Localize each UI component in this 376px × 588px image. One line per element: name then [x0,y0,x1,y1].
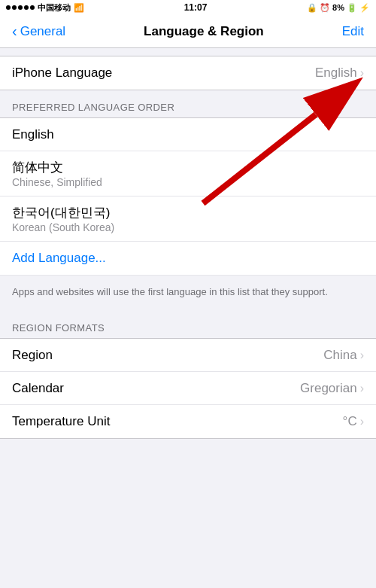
iphone-language-right: English › [315,66,364,81]
temperature-right: °C › [343,414,364,429]
region-row[interactable]: Region China › [0,339,376,372]
back-chevron-icon: ‹ [12,23,17,38]
lock-icon: 🔒 [307,3,317,13]
language-row-english[interactable]: English [0,118,376,151]
iphone-language-chevron-icon: › [360,66,364,80]
language-korean-sub: Korean (South Korea) [12,221,114,233]
carrier-label: 中国移动 [38,2,71,14]
calendar-value: Gregorian [300,381,357,396]
language-korean-main: 한국어(대한민국) [12,204,114,221]
temperature-label: Temperature Unit [12,414,110,429]
temperature-chevron-icon: › [360,415,364,428]
region-formats-group: Region China › Calendar Gregorian › Temp… [0,338,376,439]
language-row-korean[interactable]: 한국어(대한민국) Korean (South Korea) [0,197,376,242]
wifi-icon: 📶 [74,3,84,13]
status-bar: 中国移动 📶 11:07 🔒 ⏰ 8% 🔋 ⚡ [0,0,376,15]
temperature-value: °C [343,414,357,429]
signal-icon [6,5,35,10]
region-formats-label: REGION FORMATS [12,322,105,334]
add-language-label: Add Language... [12,251,106,265]
iphone-language-left: iPhone Language [12,66,112,81]
region-formats-header: REGION FORMATS [0,311,376,338]
back-button[interactable]: ‹ General [12,24,65,39]
status-time: 11:07 [184,2,208,13]
calendar-left: Calendar [12,381,64,396]
calendar-right: Gregorian › [300,381,364,396]
language-row-chinese[interactable]: 简体中文 Chinese, Simplified [0,151,376,197]
calendar-label: Calendar [12,381,64,396]
page-title: Language & Region [144,24,264,39]
temperature-left: Temperature Unit [12,414,110,429]
region-right: China › [323,348,364,363]
battery-label: 8% [332,3,344,12]
preferred-language-header: PREFERRED LANGUAGE ORDER [0,90,376,117]
temperature-row[interactable]: Temperature Unit °C › [0,405,376,438]
region-left: Region [12,348,53,363]
calendar-chevron-icon: › [360,382,364,395]
iphone-language-value: English [315,66,357,81]
iphone-language-row[interactable]: iPhone Language English › [0,56,376,90]
charging-icon: ⚡ [359,3,370,13]
language-chinese-text: 简体中文 Chinese, Simplified [12,159,102,188]
battery-icon: 🔋 [347,3,357,13]
info-text-area: Apps and websites will use the first lan… [0,276,376,311]
language-chinese-sub: Chinese, Simplified [12,176,102,188]
back-label: General [20,24,65,39]
alarm-icon: ⏰ [320,3,330,13]
region-chevron-icon: › [360,349,364,362]
info-text: Apps and websites will use the first lan… [12,286,328,297]
nav-bar: ‹ General Language & Region Edit [0,15,376,48]
preferred-language-section-label: PREFERRED LANGUAGE ORDER [12,102,174,113]
status-left: 中国移动 📶 [6,2,84,14]
language-korean-text: 한국어(대한민국) Korean (South Korea) [12,204,114,233]
region-value: China [323,348,356,363]
language-english-main: English [12,127,54,142]
add-language-row[interactable]: Add Language... [0,242,376,276]
region-label: Region [12,348,53,363]
status-right: 🔒 ⏰ 8% 🔋 ⚡ [307,3,370,13]
language-english-text: English [12,127,54,142]
calendar-row[interactable]: Calendar Gregorian › [0,372,376,405]
edit-button[interactable]: Edit [342,24,364,39]
iphone-language-group: iPhone Language English › [0,56,376,90]
iphone-language-label: iPhone Language [12,66,112,81]
preferred-language-section: English 简体中文 Chinese, Simplified 한국어(대한민… [0,117,376,276]
language-chinese-main: 简体中文 [12,159,102,176]
